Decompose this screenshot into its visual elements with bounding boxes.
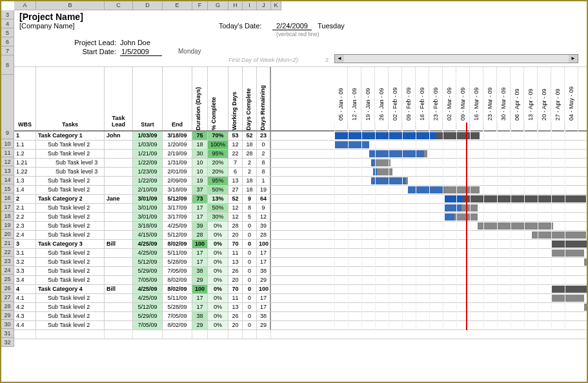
duration-cell[interactable]: 100 — [192, 240, 208, 248]
first-day-of-week-value[interactable]: 2 — [325, 57, 329, 63]
duration-cell[interactable]: 17 — [192, 258, 208, 266]
dr-cell[interactable]: 8 — [257, 159, 271, 167]
start-cell[interactable]: 7/05/09 — [133, 276, 163, 284]
wd-cell[interactable]: 27 — [228, 186, 243, 194]
lead-cell[interactable] — [105, 249, 133, 257]
date-header[interactable]: 04 - May - 09 — [565, 67, 578, 132]
row-number[interactable]: 27 — [1, 293, 14, 302]
lead-cell[interactable] — [105, 204, 133, 212]
gantt-bar[interactable] — [584, 259, 588, 266]
wd-cell[interactable]: 20 — [228, 276, 243, 284]
task-cell[interactable]: Task Category 2 — [36, 195, 105, 203]
start-cell[interactable]: 5/12/09 — [133, 303, 163, 311]
empty-cell[interactable] — [133, 330, 163, 339]
end-cell[interactable]: 7/05/09 — [163, 312, 192, 320]
pct-cell[interactable]: 50% — [208, 204, 228, 212]
col-letter[interactable]: A — [14, 1, 36, 10]
wbs-cell[interactable]: 1 — [14, 132, 36, 140]
empty-cell[interactable] — [36, 330, 105, 339]
lead-cell[interactable] — [105, 150, 133, 158]
end-cell[interactable]: 3/18/09 — [163, 132, 192, 140]
duration-cell[interactable]: 29 — [192, 276, 208, 284]
duration-cell[interactable]: 38 — [192, 267, 208, 275]
dc-cell[interactable]: 18 — [243, 177, 257, 185]
date-header[interactable]: 23 - Feb - 09 — [429, 67, 443, 132]
task-cell[interactable]: Sub Task level 2 — [36, 258, 105, 266]
header-working-days[interactable]: Working Days — [228, 67, 243, 130]
header-wbs[interactable]: WBS — [14, 67, 36, 130]
lead-cell[interactable]: Bill — [105, 240, 133, 248]
wbs-cell[interactable]: 3.1 — [14, 249, 36, 257]
end-cell[interactable]: 5/28/09 — [163, 258, 192, 266]
duration-cell[interactable]: 17 — [192, 249, 208, 257]
pct-cell[interactable]: 0% — [208, 249, 228, 257]
dr-cell[interactable]: 19 — [257, 186, 271, 194]
header-lead[interactable]: Task Lead — [105, 67, 133, 130]
start-cell[interactable]: 4/25/09 — [133, 249, 163, 257]
start-cell[interactable]: 1/03/09 — [133, 141, 163, 149]
start-cell[interactable]: 1/03/09 — [133, 132, 163, 140]
end-cell[interactable]: 5/11/09 — [163, 249, 192, 257]
wd-cell[interactable]: 12 — [228, 141, 243, 149]
wd-cell[interactable]: 53 — [228, 132, 243, 140]
dc-cell[interactable]: 2 — [243, 168, 257, 176]
duration-cell[interactable]: 37 — [192, 186, 208, 194]
pct-cell[interactable]: 0% — [208, 294, 228, 302]
task-cell[interactable]: Task Category 4 — [36, 285, 105, 293]
date-header[interactable]: 02 - Feb - 09 — [389, 67, 402, 132]
date-header[interactable]: 12 - Jan - 09 — [348, 67, 361, 132]
dc-cell[interactable]: 0 — [243, 231, 257, 239]
empty-row[interactable] — [14, 330, 587, 339]
col-letter[interactable]: G — [208, 1, 228, 10]
duration-cell[interactable]: 10 — [192, 168, 208, 176]
end-cell[interactable]: 3/18/09 — [163, 186, 192, 194]
date-header[interactable]: 09 - Feb - 09 — [402, 67, 416, 132]
lead-cell[interactable] — [105, 186, 133, 194]
task-cell[interactable]: Sub Task level 2 — [36, 267, 105, 275]
wbs-cell[interactable]: 1.22 — [14, 168, 36, 176]
wbs-cell[interactable]: 1.4 — [14, 186, 36, 194]
col-letter[interactable]: E — [163, 1, 192, 10]
duration-cell[interactable]: 29 — [192, 321, 208, 329]
dc-cell[interactable]: 0 — [243, 294, 257, 302]
date-header[interactable]: 26 - Jan - 09 — [375, 67, 389, 132]
duration-cell[interactable]: 38 — [192, 312, 208, 320]
wd-cell[interactable]: 12 — [228, 213, 243, 221]
header-tasks[interactable]: Tasks — [36, 67, 105, 130]
dc-cell[interactable]: 9 — [243, 195, 257, 203]
row-number[interactable]: 16 — [1, 193, 14, 202]
task-cell[interactable]: Sub Task level 3 — [36, 168, 105, 176]
row-number[interactable]: 31 — [1, 329, 14, 338]
empty-cell[interactable] — [243, 330, 257, 339]
dr-cell[interactable]: 100 — [257, 285, 271, 293]
pct-cell[interactable]: 20% — [208, 168, 228, 176]
date-header[interactable]: 19 - Jan - 09 — [361, 67, 375, 132]
task-cell[interactable]: Sub Task level 2 — [36, 276, 105, 284]
dr-cell[interactable]: 12 — [257, 213, 271, 221]
col-letter[interactable]: F — [192, 1, 208, 10]
start-cell[interactable]: 4/25/09 — [133, 285, 163, 293]
lead-cell[interactable] — [105, 321, 133, 329]
end-cell[interactable]: 2/19/09 — [163, 150, 192, 158]
duration-cell[interactable]: 10 — [192, 159, 208, 167]
header-end[interactable]: End — [163, 67, 192, 130]
dr-cell[interactable]: 17 — [257, 249, 271, 257]
lead-cell[interactable] — [105, 276, 133, 284]
task-cell[interactable]: Task Category 1 — [36, 132, 105, 140]
duration-cell[interactable]: 17 — [192, 303, 208, 311]
wbs-cell[interactable]: 4.2 — [14, 303, 36, 311]
wd-cell[interactable]: 70 — [228, 285, 243, 293]
empty-cell[interactable] — [105, 330, 133, 339]
wd-cell[interactable]: 52 — [228, 195, 243, 203]
task-cell[interactable]: Sub Task level 2 — [36, 231, 105, 239]
duration-cell[interactable]: 28 — [192, 231, 208, 239]
dc-cell[interactable]: 8 — [243, 204, 257, 212]
task-cell[interactable]: Sub Task level 2 — [36, 186, 105, 194]
pct-cell[interactable]: 0% — [208, 276, 228, 284]
dc-cell[interactable]: 0 — [243, 240, 257, 248]
row-number[interactable]: 9 — [1, 75, 14, 139]
duration-cell[interactable]: 75 — [192, 132, 208, 140]
row-number[interactable]: 21 — [1, 239, 14, 248]
date-header[interactable]: 16 - Feb - 09 — [416, 67, 429, 132]
start-cell[interactable]: 4/25/09 — [133, 294, 163, 302]
